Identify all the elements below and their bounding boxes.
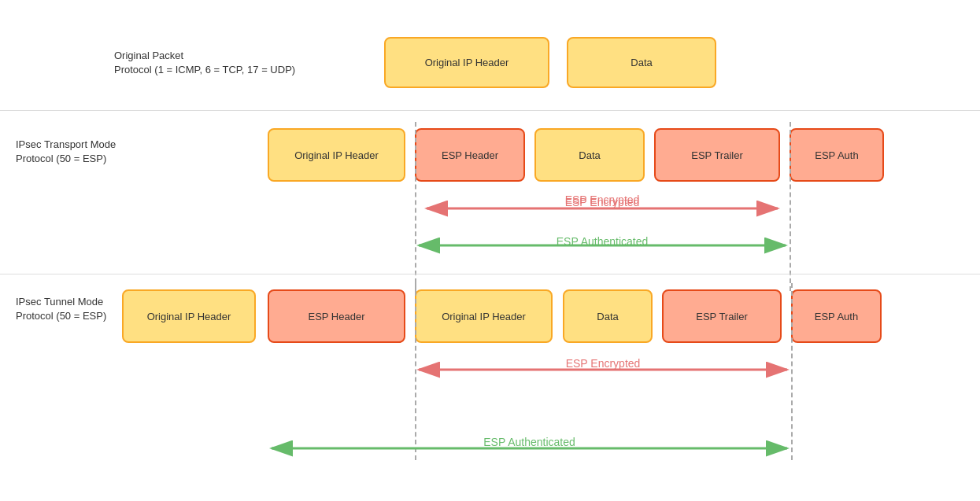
orig-ip-header-transport-label: Original IP Header xyxy=(294,149,379,161)
data-top-box: Data xyxy=(567,37,716,88)
diagram: Original Packet Protocol (1 = ICMP, 6 = … xyxy=(0,0,980,501)
dashed-line-4 xyxy=(791,283,793,460)
esp-auth-tunnel-box: ESP Auth xyxy=(791,289,882,343)
esp-header-tunnel-label: ESP Header xyxy=(308,311,364,322)
esp-authenticated-tunnel-label: ESP Authenticated xyxy=(268,435,791,449)
data-transport-label: Data xyxy=(579,149,600,161)
orig-ip-header-tunnel2-box: Original IP Header xyxy=(415,289,553,343)
dashed-line-2 xyxy=(790,122,791,291)
esp-header-transport-box: ESP Header xyxy=(415,128,525,182)
esp-trailer-transport-label: ESP Trailer xyxy=(691,149,743,161)
ipsec-transport-protocol: Protocol (50 = ESP) xyxy=(16,152,116,166)
ipsec-tunnel-protocol: Protocol (50 = ESP) xyxy=(16,309,106,323)
data-tunnel-label: Data xyxy=(597,311,618,322)
orig-ip-header-top-label: Original IP Header xyxy=(425,57,509,68)
divider2 xyxy=(0,274,980,274)
esp-trailer-tunnel-box: ESP Trailer xyxy=(662,289,782,343)
esp-authenticated-transport-label: ESP Authenticated xyxy=(415,234,790,249)
divider1 xyxy=(0,110,980,111)
esp-encrypted-tunnel-label: ESP Encrypted xyxy=(415,356,791,370)
data-tunnel-box: Data xyxy=(563,289,653,343)
esp-auth-transport-label: ESP Auth xyxy=(815,149,858,161)
esp-auth-tunnel-label: ESP Auth xyxy=(815,311,858,322)
orig-ip-header-tunnel-label: Original IP Header xyxy=(147,311,231,322)
esp-trailer-transport-box: ESP Trailer xyxy=(654,128,780,182)
esp-header-transport-label: ESP Header xyxy=(442,149,498,161)
ipsec-transport-label: IPsec Transport Mode Protocol (50 = ESP) xyxy=(16,138,116,166)
ipsec-tunnel-title: IPsec Tunnel Mode xyxy=(16,295,106,309)
ipsec-transport-title: IPsec Transport Mode xyxy=(16,138,116,152)
orig-ip-header-top-box: Original IP Header xyxy=(384,37,549,88)
original-packet-label: Original Packet Protocol (1 = ICMP, 6 = … xyxy=(114,49,295,77)
esp-auth-transport-box: ESP Auth xyxy=(790,128,884,182)
original-packet-title: Original Packet xyxy=(114,49,295,63)
data-top-label: Data xyxy=(631,57,652,68)
orig-ip-header-tunnel-box: Original IP Header xyxy=(122,289,256,343)
esp-trailer-tunnel-label: ESP Trailer xyxy=(696,311,748,322)
data-transport-box: Data xyxy=(534,128,645,182)
ipsec-tunnel-label: IPsec Tunnel Mode Protocol (50 = ESP) xyxy=(16,295,106,323)
original-packet-protocol: Protocol (1 = ICMP, 6 = TCP, 17 = UDP) xyxy=(114,63,295,77)
orig-ip-header-transport-box: Original IP Header xyxy=(268,128,405,182)
esp-header-tunnel-box: ESP Header xyxy=(268,289,405,343)
esp-encrypted-transport-label: ESP Encrypted xyxy=(415,195,790,209)
orig-ip-header-tunnel2-label: Original IP Header xyxy=(442,311,526,322)
